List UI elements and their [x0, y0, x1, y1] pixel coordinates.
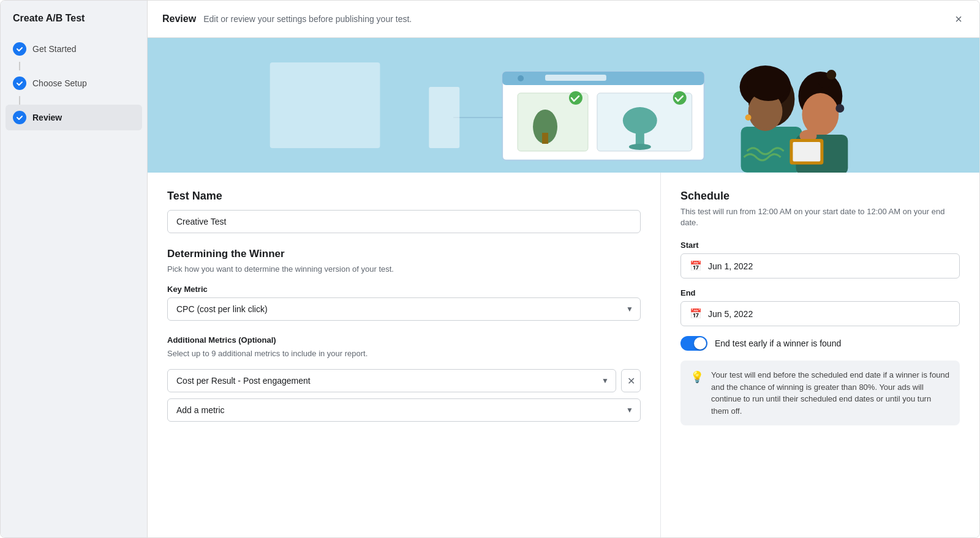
- svg-rect-29: [793, 142, 820, 162]
- additional-metrics-group: Additional Metrics (Optional) Select up …: [167, 335, 641, 422]
- header-title: Review: [162, 13, 196, 24]
- hero-banner: [148, 38, 979, 173]
- svg-rect-5: [545, 75, 606, 81]
- end-date-value: Jun 5, 2022: [708, 309, 753, 319]
- hero-illustration: [148, 38, 979, 173]
- start-date-input[interactable]: 📅 Jun 1, 2022: [680, 253, 960, 278]
- key-metric-select-wrapper: CPC (cost per link click) ▼: [167, 297, 641, 321]
- svg-rect-31: [429, 87, 459, 148]
- early-end-toggle[interactable]: [680, 336, 707, 351]
- svg-point-23: [826, 70, 836, 80]
- sidebar-item-review[interactable]: Review: [6, 105, 142, 130]
- additional-metrics-label: Additional Metrics (Optional): [167, 335, 641, 345]
- test-name-input[interactable]: [167, 210, 641, 233]
- metric-select-wrapper-1: Cost per Result - Post engagement ▼: [167, 369, 616, 392]
- end-label: End: [680, 288, 960, 297]
- info-box: 💡 Your test will end before the schedule…: [680, 361, 960, 425]
- sidebar-item-label-choose-setup: Choose Setup: [32, 78, 87, 88]
- form-right: Schedule This test will run from 12:00 A…: [661, 173, 979, 537]
- close-button[interactable]: ×: [952, 10, 965, 28]
- key-metric-label: Key Metric: [167, 285, 641, 294]
- end-calendar-icon: 📅: [690, 308, 702, 319]
- additional-metrics-desc: Select up to 9 additional metrics to inc…: [167, 348, 641, 359]
- test-name-section-title: Test Name: [167, 190, 641, 203]
- svg-rect-8: [542, 133, 548, 144]
- determining-winner-desc: Pick how you want to determine the winni…: [167, 264, 641, 275]
- start-date-value: Jun 1, 2022: [708, 261, 753, 271]
- svg-point-13: [629, 144, 651, 150]
- check-icon-get-started: [13, 42, 26, 56]
- header-description: Edit or review your settings before publ…: [203, 14, 412, 24]
- determining-winner-title: Determining the Winner: [167, 248, 641, 260]
- start-label: Start: [680, 241, 960, 250]
- metric-select-1[interactable]: Cost per Result - Post engagement: [167, 369, 616, 392]
- form-area: Test Name Determining the Winner Pick ho…: [148, 173, 979, 537]
- toggle-label: End test early if a winner is found: [715, 338, 841, 348]
- schedule-title: Schedule: [680, 190, 960, 203]
- sidebar-item-label-get-started: Get Started: [32, 44, 77, 54]
- svg-point-11: [623, 107, 657, 134]
- metric-row-1: Cost per Result - Post engagement ▼ ✕: [167, 369, 641, 392]
- info-box-text: Your test will end before the scheduled …: [711, 369, 950, 417]
- remove-icon-1: ✕: [627, 375, 635, 387]
- svg-point-4: [518, 75, 524, 81]
- svg-rect-12: [636, 133, 644, 145]
- form-left: Test Name Determining the Winner Pick ho…: [148, 173, 661, 537]
- add-metric-select[interactable]: Add a metric: [167, 398, 641, 422]
- sidebar-connector-1: [19, 62, 20, 70]
- modal-wrapper: Create A/B Test Get Started Choose Setup: [0, 0, 980, 538]
- start-calendar-icon: 📅: [690, 260, 702, 272]
- svg-point-19: [745, 114, 752, 121]
- svg-point-27: [835, 104, 844, 113]
- sidebar-item-label-review: Review: [32, 113, 62, 122]
- add-metric-select-wrapper: Add a metric ▼: [167, 398, 641, 422]
- svg-point-24: [802, 93, 839, 136]
- svg-rect-1: [270, 62, 380, 148]
- check-icon-review: [13, 111, 26, 124]
- svg-point-20: [747, 67, 790, 101]
- toggle-row: End test early if a winner is found: [680, 336, 960, 351]
- sidebar-title: Create A/B Test: [1, 13, 147, 36]
- header: Review Edit or review your settings befo…: [148, 1, 979, 38]
- schedule-description: This test will run from 12:00 AM on your…: [680, 206, 960, 228]
- bulb-icon: 💡: [690, 370, 704, 384]
- remove-metric-button-1[interactable]: ✕: [621, 369, 641, 392]
- determining-winner-group: Determining the Winner Pick how you want…: [167, 248, 641, 321]
- end-date-input[interactable]: 📅 Jun 5, 2022: [680, 301, 960, 326]
- sidebar-item-choose-setup[interactable]: Choose Setup: [1, 70, 147, 96]
- test-name-group: Test Name: [167, 190, 641, 233]
- main-content: Review Edit or review your settings befo…: [148, 1, 979, 537]
- key-metric-select[interactable]: CPC (cost per link click): [167, 297, 641, 321]
- sidebar-item-get-started[interactable]: Get Started: [1, 36, 147, 62]
- sidebar: Create A/B Test Get Started Choose Setup: [1, 1, 148, 537]
- sidebar-connector-2: [19, 96, 20, 105]
- check-icon-choose-setup: [13, 77, 26, 90]
